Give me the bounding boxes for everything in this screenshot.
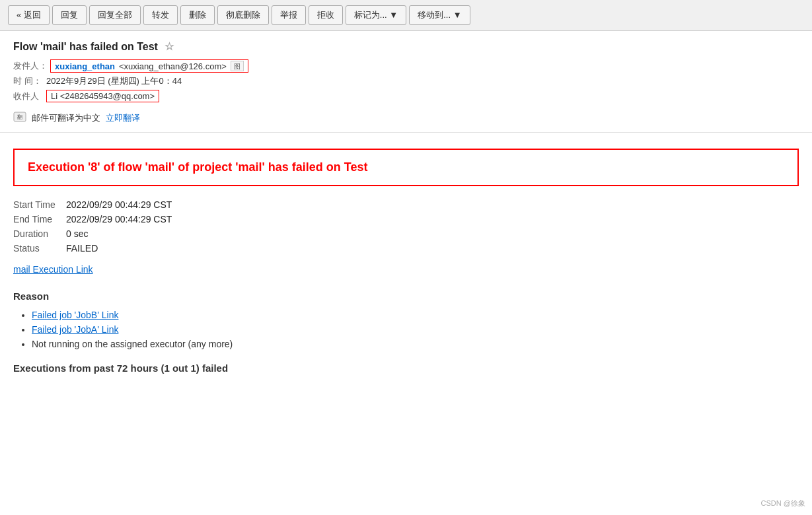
start-time-label: Start Time: [13, 199, 66, 210]
permanent-delete-button[interactable]: 彻底删除: [217, 5, 269, 25]
move-button[interactable]: 移动到... ▼: [409, 5, 470, 25]
exec-link[interactable]: mail Execution Link: [13, 264, 93, 275]
svg-text:翻: 翻: [17, 114, 22, 120]
sender-icon[interactable]: 图: [231, 61, 244, 71]
email-subject: Flow 'mail' has failed on Test ☆: [13, 40, 799, 53]
recipient-value: Li <2482645943@qq.com>: [51, 91, 155, 101]
status-label: Status: [13, 243, 66, 254]
from-row: 发件人： xuxiang_ethan <xuxiang_ethan@126.co…: [13, 59, 799, 73]
duration-value: 0 sec: [66, 228, 88, 239]
translate-bar: 翻 邮件可翻译为中文 立即翻译: [13, 108, 799, 125]
translate-text: 邮件可翻译为中文: [32, 112, 100, 124]
end-time-label: End Time: [13, 214, 66, 224]
failed-joba-link[interactable]: Failed job 'JobA' Link: [32, 324, 118, 335]
start-time-row: Start Time 2022/09/29 00:44:29 CST: [13, 199, 799, 210]
end-time-row: End Time 2022/09/29 00:44:29 CST: [13, 214, 799, 224]
time-label: 时 间：: [13, 75, 44, 87]
list-item: Failed job 'JobA' Link: [32, 324, 799, 335]
alert-text: Execution '8' of flow 'mail' of project …: [28, 160, 367, 174]
report-button[interactable]: 举报: [272, 5, 306, 25]
sender-name[interactable]: xuxiang_ethan: [55, 61, 115, 71]
info-table: Start Time 2022/09/29 00:44:29 CST End T…: [13, 199, 799, 254]
reason-list: Failed job 'JobB' Link Failed job 'JobA'…: [13, 310, 799, 349]
status-value: FAILED: [66, 243, 98, 254]
from-label: 发件人：: [13, 60, 48, 72]
translate-icon: 翻: [13, 112, 26, 124]
list-item: Not running on the assigned executor (an…: [32, 339, 799, 349]
email-header: Flow 'mail' has failed on Test ☆ 发件人： xu…: [0, 31, 812, 133]
start-time-value: 2022/09/29 00:44:29 CST: [66, 199, 172, 210]
toolbar: « 返回 回复 回复全部 转发 删除 彻底删除 举报 拒收 标记为... ▼ 移…: [0, 0, 812, 31]
reply-all-button[interactable]: 回复全部: [89, 5, 141, 25]
back-button[interactable]: « 返回: [8, 5, 50, 25]
email-body: Execution '8' of flow 'mail' of project …: [0, 133, 812, 387]
sender-email: <xuxiang_ethan@126.com>: [119, 61, 227, 71]
sender-box: xuxiang_ethan <xuxiang_ethan@126.com> 图: [50, 59, 248, 73]
forward-button[interactable]: 转发: [143, 5, 178, 25]
time-value: 2022年9月29日 (星期四) 上午0：44: [46, 75, 182, 87]
star-icon[interactable]: ☆: [165, 41, 174, 52]
status-row: Status FAILED: [13, 243, 799, 254]
duration-label: Duration: [13, 228, 66, 239]
time-row: 时 间： 2022年9月29日 (星期四) 上午0：44: [13, 75, 799, 87]
reason-heading: Reason: [13, 291, 799, 302]
translate-link[interactable]: 立即翻译: [106, 112, 140, 124]
watermark: CSDN @徐象: [761, 498, 805, 508]
mark-button[interactable]: 标记为... ▼: [346, 5, 406, 25]
to-label: 收件人: [13, 90, 44, 102]
reply-button[interactable]: 回复: [52, 5, 87, 25]
list-item: Failed job 'JobB' Link: [32, 310, 799, 320]
delete-button[interactable]: 删除: [180, 5, 215, 25]
reject-button[interactable]: 拒收: [309, 5, 343, 25]
recipient-box: Li <2482645943@qq.com>: [46, 90, 159, 102]
alert-box: Execution '8' of flow 'mail' of project …: [13, 149, 799, 186]
recipient-row: 收件人 Li <2482645943@qq.com>: [13, 90, 799, 102]
end-time-value: 2022/09/29 00:44:29 CST: [66, 214, 172, 224]
not-running-text: Not running on the assigned executor (an…: [32, 339, 233, 349]
duration-row: Duration 0 sec: [13, 228, 799, 239]
past-executions-heading: Executions from past 72 hours (1 out 1) …: [13, 362, 799, 374]
failed-jobb-link[interactable]: Failed job 'JobB' Link: [32, 310, 118, 320]
